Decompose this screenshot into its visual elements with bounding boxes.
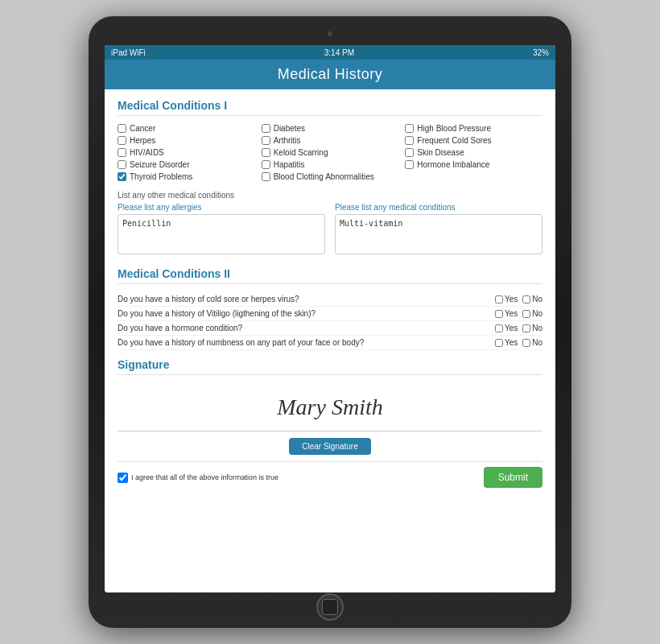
signature-title: Signature xyxy=(118,358,542,375)
yes-no-4: Yes No xyxy=(495,338,542,347)
checkbox-thyroid-label: Thyroid Problems xyxy=(130,172,192,181)
checkbox-hapatitis-input[interactable] xyxy=(262,160,270,169)
checkbox-cold-sores-input[interactable] xyxy=(405,136,414,145)
checkbox-cancer-input[interactable] xyxy=(118,124,126,133)
agree-checkbox[interactable] xyxy=(118,473,128,483)
status-right: 32% xyxy=(533,48,549,57)
checkbox-highbp[interactable]: High Blood Pressure xyxy=(405,124,542,133)
checkbox-herpes[interactable]: Herpes xyxy=(118,136,255,145)
checkbox-keloid[interactable]: Keloid Scarring xyxy=(262,148,399,157)
signature-area[interactable]: Mary Smith xyxy=(118,383,542,431)
conditions-textarea[interactable]: Multi-vitamin xyxy=(335,214,542,254)
checkbox-hormone-input[interactable] xyxy=(405,160,414,169)
checkbox-herpes-input[interactable] xyxy=(118,136,126,145)
signature-value: Mary Smith xyxy=(277,394,382,420)
condition-row-2: Do you have a history of Vitiligo (ligth… xyxy=(118,307,542,321)
yes-check-3[interactable] xyxy=(495,324,503,332)
status-time: 3:14 PM xyxy=(324,48,354,57)
front-camera xyxy=(328,31,332,36)
yes-label-3[interactable]: Yes xyxy=(495,324,518,332)
yes-label-1[interactable]: Yes xyxy=(495,295,518,303)
checkbox-diabetes-input[interactable] xyxy=(262,124,270,133)
yes-label-4[interactable]: Yes xyxy=(495,338,518,347)
checkbox-keloid-input[interactable] xyxy=(262,148,270,157)
checkbox-blood-clot-input[interactable] xyxy=(262,172,270,181)
yes-check-4[interactable] xyxy=(495,339,503,347)
list-other-label: List any other medical conditions xyxy=(118,191,542,200)
no-label-2[interactable]: No xyxy=(522,309,542,318)
condition-q1: Do you have a history of cold sore or he… xyxy=(118,295,495,303)
checkbox-hiv-input[interactable] xyxy=(118,148,126,157)
home-button[interactable] xyxy=(316,593,344,621)
checkbox-cancer-label: Cancer xyxy=(130,124,155,133)
checkbox-hapatitis[interactable]: Hapatitis xyxy=(262,160,399,169)
no-check-2[interactable] xyxy=(522,310,530,318)
screen-content[interactable]: Medical Conditions I Cancer Diabetes Hig… xyxy=(105,89,555,592)
tablet-screen: iPad WiFi 3:14 PM 32% Medical History Me… xyxy=(105,45,555,592)
conditions-input-group: Please list any medical conditions Multi… xyxy=(335,203,542,258)
no-check-3[interactable] xyxy=(522,324,530,332)
conditions-table: Do you have a history of cold sore or he… xyxy=(118,292,542,350)
allergies-textarea[interactable]: Penicillin xyxy=(118,214,325,254)
section2-title: Medical Conditions II xyxy=(118,267,542,284)
condition-q4: Do you have a history of numbness on any… xyxy=(118,338,495,347)
checkbox-skin-disease-input[interactable] xyxy=(405,148,414,157)
home-button-inner xyxy=(322,599,338,615)
checkbox-cold-sores[interactable]: Frequent Cold Sores xyxy=(405,136,542,145)
checkbox-seizure-label: Seizure Disorder xyxy=(130,160,189,169)
yes-label-2[interactable]: Yes xyxy=(495,309,518,318)
checkbox-keloid-label: Keloid Scarring xyxy=(274,148,328,157)
checkbox-highbp-input[interactable] xyxy=(405,124,414,133)
yes-no-3: Yes No xyxy=(495,324,542,332)
no-label-1[interactable]: No xyxy=(522,295,542,303)
tablet-bottom xyxy=(97,596,563,618)
submit-button[interactable]: Submit xyxy=(484,467,542,488)
checkbox-arthritis-input[interactable] xyxy=(262,136,270,145)
checkbox-thyroid[interactable]: Thyroid Problems xyxy=(118,172,255,181)
condition-q3: Do you have a hormone condition? xyxy=(118,324,495,332)
tablet-top-bar xyxy=(97,26,563,42)
yes-no-1: Yes No xyxy=(495,295,542,303)
conditions-input-label: Please list any medical conditions xyxy=(335,203,542,212)
checkbox-arthritis[interactable]: Arthritis xyxy=(262,136,399,145)
clear-signature-button[interactable]: Clear Signature xyxy=(289,438,370,455)
conditions-checkbox-grid: Cancer Diabetes High Blood Pressure Herp… xyxy=(118,124,542,181)
no-label-4[interactable]: No xyxy=(522,338,542,347)
checkbox-diabetes[interactable]: Diabetes xyxy=(262,124,399,133)
checkbox-seizure-input[interactable] xyxy=(118,160,126,169)
no-check-1[interactable] xyxy=(522,295,530,303)
condition-row-3: Do you have a hormone condition? Yes No xyxy=(118,321,542,336)
checkbox-hormone-label: Hormone Imbalance xyxy=(417,160,489,169)
yes-no-2: Yes No xyxy=(495,309,542,318)
yes-check-2[interactable] xyxy=(495,310,503,318)
app-title: Medical History xyxy=(278,66,383,82)
checkbox-hiv[interactable]: HIV/AIDS xyxy=(118,148,255,157)
agree-text: I agree that all of the above informatio… xyxy=(131,473,278,481)
checkbox-hormone[interactable]: Hormone Imbalance xyxy=(405,160,542,169)
form-footer: I agree that all of the above informatio… xyxy=(118,461,542,488)
checkbox-blood-clot-label: Blood Clotting Abnormalities xyxy=(274,172,374,181)
allergies-label: Please list any allergies xyxy=(118,203,325,212)
checkbox-thyroid-input[interactable] xyxy=(118,172,126,181)
checkbox-skin-disease-label: Skin Disease xyxy=(417,148,464,157)
agree-label[interactable]: I agree that all of the above informatio… xyxy=(118,473,278,483)
checkbox-herpes-label: Herpes xyxy=(130,136,155,145)
condition-q2: Do you have a history of Vitiligo (ligth… xyxy=(118,309,495,318)
yes-check-1[interactable] xyxy=(495,295,503,303)
checkbox-blood-clot[interactable]: Blood Clotting Abnormalities xyxy=(262,172,542,181)
text-input-row: Please list any allergies Penicillin Ple… xyxy=(118,203,542,258)
allergies-group: Please list any allergies Penicillin xyxy=(118,203,325,258)
status-left: iPad WiFi xyxy=(111,48,146,57)
section1-title: Medical Conditions I xyxy=(118,99,542,116)
checkbox-diabetes-label: Diabetes xyxy=(274,124,305,133)
checkbox-cold-sores-label: Frequent Cold Sores xyxy=(417,136,491,145)
checkbox-seizure[interactable]: Seizure Disorder xyxy=(118,160,255,169)
checkbox-highbp-label: High Blood Pressure xyxy=(417,124,491,133)
no-check-4[interactable] xyxy=(522,339,530,347)
checkbox-cancer[interactable]: Cancer xyxy=(118,124,255,133)
no-label-3[interactable]: No xyxy=(522,324,542,332)
app-header: Medical History xyxy=(105,60,555,89)
condition-row-1: Do you have a history of cold sore or he… xyxy=(118,292,542,307)
checkbox-skin-disease[interactable]: Skin Disease xyxy=(405,148,542,157)
battery-level: 32% xyxy=(533,48,549,57)
